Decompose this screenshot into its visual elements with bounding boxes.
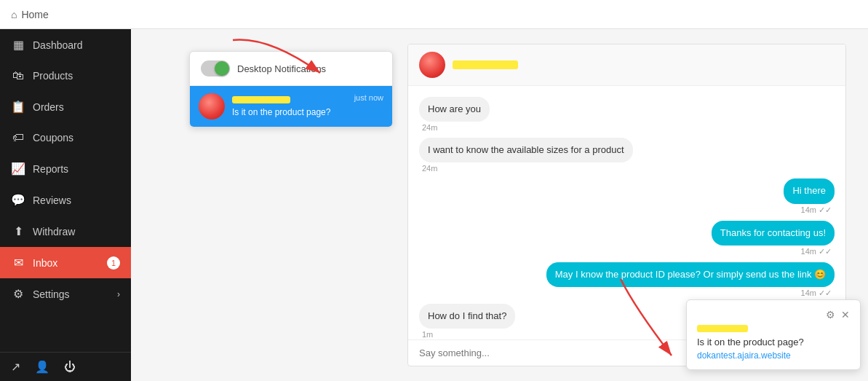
toast-close-icon[interactable]: ✕ [841,309,850,321]
chat-name-bar [453,60,518,69]
sidebar-item-inbox[interactable]: ✉ Inbox 1 [0,247,131,278]
sidebar-item-label: Settings [33,288,70,300]
sidebar-item-settings[interactable]: ⚙ Settings › [0,278,131,310]
sidebar-item-orders[interactable]: 📋 Orders [0,91,131,122]
sidebar-item-products[interactable]: 🛍 Products [0,60,131,91]
sidebar-item-label: Withdraw [33,226,75,237]
avatar-image [199,93,225,119]
inbox-badge: 1 [107,256,120,270]
sidebar-item-label: Products [33,70,73,82]
message-row: Hi there 14m ✓✓ [419,178,835,214]
sidebar: ▦ Dashboard 🛍 Products 📋 Orders 🏷 Coupon… [0,29,131,381]
coupons-icon: 🏷 [11,131,25,144]
dashboard-icon: ▦ [11,38,25,52]
notification-avatar [199,93,225,119]
settings-arrow: › [117,289,120,299]
sidebar-item-label: Reports [33,163,68,175]
toast-link[interactable]: dokantest.ajaira.website [697,350,850,361]
sidebar-item-label: Reviews [33,195,71,206]
chat-avatar [419,52,445,78]
message-meta: 24m [419,123,440,132]
home-link[interactable]: ⌂ Home [11,9,49,20]
sidebar-item-label: Inbox [33,257,57,269]
toast-text: Is it on the product page? [697,337,850,347]
notification-name-bar [232,96,290,103]
reviews-icon: 💬 [11,193,25,207]
sidebar-item-reviews[interactable]: 💬 Reviews [0,184,131,216]
desktop-notifications-label: Desktop Notifications [237,63,326,74]
home-label: Home [21,9,48,20]
notification-popup-header: Desktop Notifications [190,52,392,86]
power-icon[interactable]: ⏻ [64,361,76,374]
external-link-icon[interactable]: ↗ [11,360,20,374]
message-row: How are you 24m [419,97,835,132]
notification-content: Is it on the product page? [232,96,347,117]
sidebar-item-coupons[interactable]: 🏷 Coupons [0,122,131,153]
notification-time: just now [354,93,383,102]
message-meta: 1m [419,330,436,339]
user-icon[interactable]: 👤 [35,360,49,374]
message-row: I want to know the available sizes for a… [419,138,835,173]
message-meta: 14m ✓✓ [798,247,835,256]
sidebar-item-label: Coupons [33,132,73,144]
message-meta: 14m ✓✓ [798,205,835,215]
toast-header: ⚙ ✕ [697,309,850,321]
toast-name-bar [697,325,748,332]
sidebar-bottom: ↗ 👤 ⏻ [0,352,131,381]
message-meta: 14m ✓✓ [798,288,835,298]
message-bubble-incoming: How are you [419,97,490,122]
toast-gear-icon[interactable]: ⚙ [826,309,835,321]
sidebar-item-label: Orders [33,101,64,113]
message-bubble-outgoing: Hi there [784,178,835,203]
message-row: May I know the product ID please? Or sim… [419,262,835,298]
chat-header [408,44,845,86]
reports-icon: 📈 [11,162,25,176]
products-icon: 🛍 [11,69,25,82]
sidebar-item-reports[interactable]: 📈 Reports [0,153,131,184]
message-row: Thanks for contacting us! 14m ✓✓ [419,221,835,256]
home-icon: ⌂ [11,9,17,20]
sidebar-item-label: Dashboard [33,39,83,51]
notification-item[interactable]: Is it on the product page? just now [190,86,392,127]
toast-notification: ⚙ ✕ Is it on the product page? dokantest… [686,299,861,370]
withdraw-icon: ⬆ [11,224,25,238]
notification-text: Is it on the product page? [232,107,347,117]
notification-popup: Desktop Notifications Is it on the produ… [189,51,393,127]
message-bubble-incoming: How do I find that? [419,304,515,329]
message-meta: 24m [419,164,440,173]
settings-icon: ⚙ [11,287,25,301]
main-layout: ▦ Dashboard 🛍 Products 📋 Orders 🏷 Coupon… [0,29,868,381]
orders-icon: 📋 [11,100,25,114]
toggle-track [201,60,230,76]
sidebar-item-withdraw[interactable]: ⬆ Withdraw [0,216,131,247]
inbox-icon: ✉ [11,256,25,270]
message-bubble-outgoing: Thanks for contacting us! [712,221,835,246]
toggle-knob [215,61,229,76]
content-area: Desktop Notifications Is it on the produ… [131,29,868,381]
desktop-notifications-toggle[interactable] [201,60,230,76]
sidebar-item-dashboard[interactable]: ▦ Dashboard [0,29,131,60]
message-bubble-outgoing: May I know the product ID please? Or sim… [546,262,835,287]
message-bubble-incoming: I want to know the available sizes for a… [419,138,633,162]
top-bar: ⌂ Home [0,0,868,29]
